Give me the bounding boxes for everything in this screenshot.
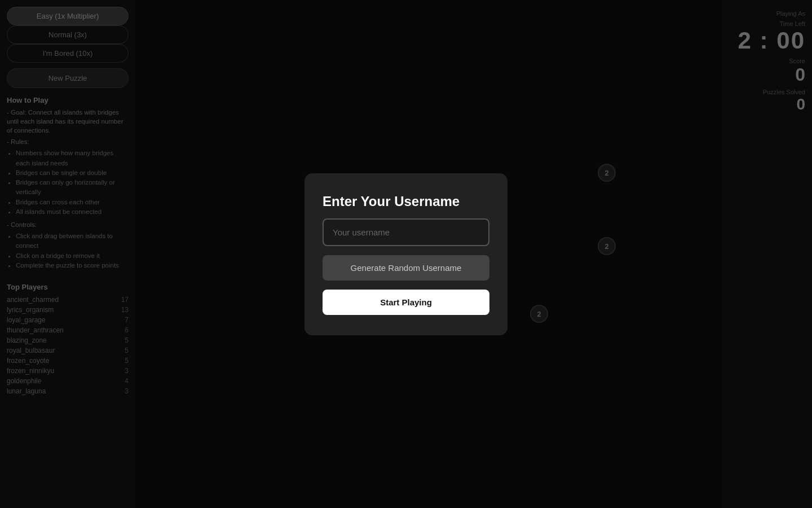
modal-title: Enter Your Username: [323, 194, 489, 209]
username-input[interactable]: [323, 218, 489, 246]
modal-overlay: Enter Your Username Generate Random User…: [0, 0, 812, 508]
generate-username-button[interactable]: Generate Random Username: [323, 255, 489, 281]
start-playing-button[interactable]: Start Playing: [323, 290, 489, 315]
username-modal: Enter Your Username Generate Random User…: [304, 173, 508, 335]
